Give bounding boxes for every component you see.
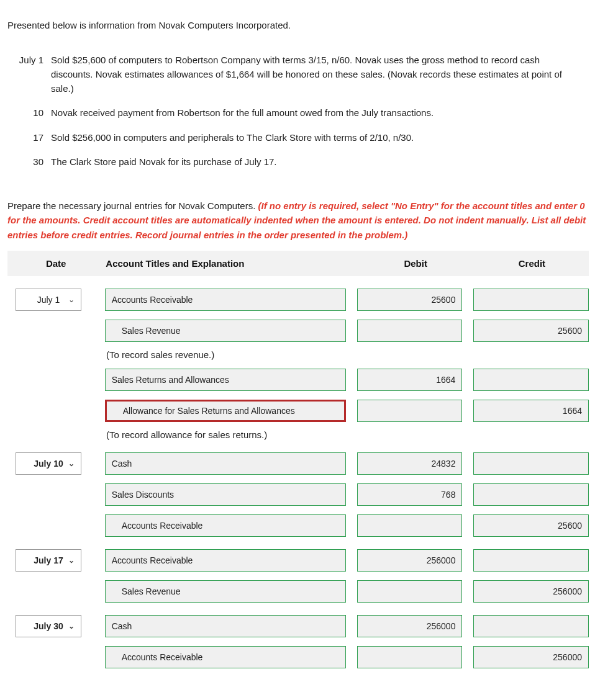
event-row: 17 Sold $256,000 in computers and periph…	[7, 125, 589, 150]
header-account: Account Titles and Explanation	[104, 258, 356, 269]
credit-input[interactable]	[473, 615, 589, 637]
account-input[interactable]: Sales Discounts	[105, 483, 346, 506]
account-input-incorrect[interactable]: Allowance for Sales Returns and Allowanc…	[105, 400, 346, 422]
explanation-row: (To record allowance for sales returns.)	[7, 429, 589, 440]
journal-row: Accounts Receivable 256000	[7, 646, 589, 668]
debit-input[interactable]: 256000	[357, 549, 463, 572]
event-text: Sold $25,600 of computers to Robertson C…	[51, 48, 589, 101]
debit-input[interactable]: 25600	[357, 289, 463, 311]
header-credit: Credit	[475, 258, 589, 269]
instruction-text: Prepare the necessary journal entries fo…	[7, 199, 589, 242]
date-select-value: July 10	[34, 459, 63, 469]
chevron-down-icon: ⌄	[68, 459, 75, 468]
account-input[interactable]: Sales Revenue	[105, 580, 346, 603]
date-select[interactable]: July 10 ⌄	[16, 452, 81, 475]
event-row: 30 The Clark Store paid Novak for its pu…	[7, 150, 589, 174]
event-row: 10 Novak received payment from Robertson…	[7, 101, 589, 125]
account-input[interactable]: Accounts Receivable	[105, 514, 346, 537]
journal-row: July 10 ⌄ Cash 24832	[7, 452, 589, 475]
journal-row: Accounts Receivable 25600	[7, 514, 589, 537]
chevron-down-icon: ⌄	[68, 556, 75, 565]
journal-row: Sales Discounts 768	[7, 483, 589, 506]
debit-input[interactable]	[357, 514, 463, 537]
event-text: The Clark Store paid Novak for its purch…	[51, 150, 589, 174]
journal-row: July 30 ⌄ Cash 256000	[7, 615, 589, 637]
date-select[interactable]: July 1 ⌄	[16, 289, 81, 311]
instruction-plain: Prepare the necessary journal entries fo…	[7, 200, 258, 211]
debit-input[interactable]	[357, 580, 463, 603]
credit-input[interactable]: 1664	[473, 400, 589, 422]
header-debit: Debit	[357, 258, 475, 269]
date-select-value: July 30	[34, 621, 63, 631]
account-input[interactable]: Sales Revenue	[105, 320, 346, 342]
journal-header-row: Date Account Titles and Explanation Debi…	[7, 251, 589, 276]
event-date: 10	[7, 101, 51, 125]
explanation-text: (To record allowance for sales returns.)	[105, 429, 267, 440]
date-select[interactable]: July 30 ⌄	[16, 615, 81, 637]
debit-input[interactable]	[357, 646, 463, 668]
event-row: July 1 Sold $25,600 of computers to Robe…	[7, 48, 589, 101]
event-text: Novak received payment from Robertson fo…	[51, 101, 589, 125]
credit-input[interactable]	[473, 549, 589, 572]
debit-input[interactable]	[357, 320, 463, 342]
event-date: 30	[7, 150, 51, 174]
events-table: July 1 Sold $25,600 of computers to Robe…	[7, 48, 589, 174]
header-date: Date	[7, 258, 104, 269]
debit-input[interactable]: 24832	[357, 452, 463, 475]
credit-input[interactable]	[473, 483, 589, 506]
account-input[interactable]: Accounts Receivable	[105, 289, 346, 311]
journal-row: Sales Revenue 25600	[7, 320, 589, 342]
journal-row: July 17 ⌄ Accounts Receivable 256000	[7, 549, 589, 572]
debit-input[interactable]: 256000	[357, 615, 463, 637]
event-text: Sold $256,000 in computers and periphera…	[51, 125, 589, 150]
account-input[interactable]: Accounts Receivable	[105, 646, 346, 668]
event-date: 17	[7, 125, 51, 150]
explanation-row: (To record sales revenue.)	[7, 349, 589, 360]
account-input[interactable]: Cash	[105, 452, 346, 475]
journal-entries: July 1 ⌄ Accounts Receivable 25600 Sales…	[7, 289, 589, 668]
credit-input[interactable]	[473, 289, 589, 311]
account-input[interactable]: Sales Returns and Allowances	[105, 369, 346, 391]
account-input[interactable]: Cash	[105, 615, 346, 637]
event-date: July 1	[7, 48, 51, 101]
credit-input[interactable]	[473, 369, 589, 391]
date-select-value: July 1	[37, 295, 60, 305]
account-input[interactable]: Accounts Receivable	[105, 549, 346, 572]
journal-row: July 1 ⌄ Accounts Receivable 25600	[7, 289, 589, 311]
date-select-value: July 17	[34, 555, 63, 565]
credit-input[interactable]: 256000	[473, 580, 589, 603]
debit-input[interactable]	[357, 400, 463, 422]
explanation-text: (To record sales revenue.)	[105, 349, 214, 360]
date-select[interactable]: July 17 ⌄	[16, 549, 81, 572]
credit-input[interactable]: 25600	[473, 320, 589, 342]
credit-input[interactable]: 25600	[473, 514, 589, 537]
intro-paragraph: Presented below is information from Nova…	[7, 19, 589, 33]
journal-row: Allowance for Sales Returns and Allowanc…	[7, 400, 589, 422]
chevron-down-icon: ⌄	[68, 622, 75, 630]
credit-input[interactable]: 256000	[473, 646, 589, 668]
journal-row: Sales Returns and Allowances 1664	[7, 369, 589, 391]
journal-row: Sales Revenue 256000	[7, 580, 589, 603]
credit-input[interactable]	[473, 452, 589, 475]
debit-input[interactable]: 768	[357, 483, 463, 506]
debit-input[interactable]: 1664	[357, 369, 463, 391]
chevron-down-icon: ⌄	[68, 295, 75, 304]
